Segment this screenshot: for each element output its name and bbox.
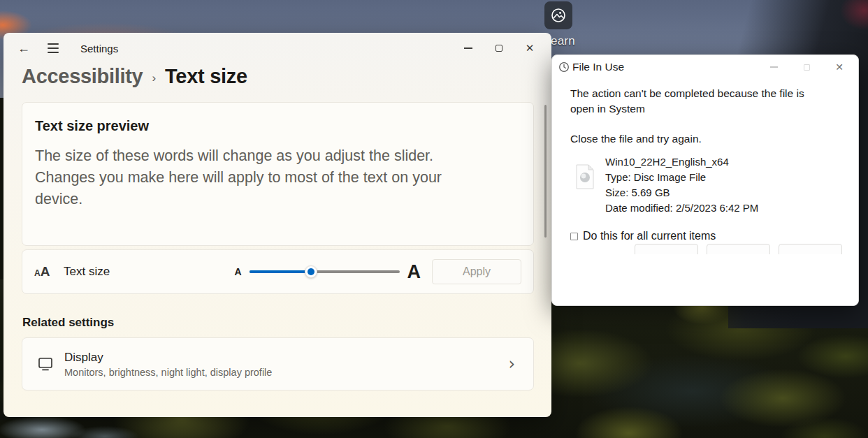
text-size-icon-small-a: A bbox=[34, 268, 41, 278]
text-size-label: Text size bbox=[64, 265, 110, 279]
dialog-titlebar: File In Use ✕ bbox=[552, 55, 858, 76]
clock-icon bbox=[558, 61, 570, 73]
dialog-minimize-button[interactable] bbox=[765, 60, 783, 74]
learn-desktop-icon[interactable] bbox=[544, 1, 572, 29]
text-size-setting-row: AA Text size A A Apply bbox=[22, 249, 534, 294]
do-for-all-label[interactable]: Do this for all current items bbox=[583, 230, 716, 242]
settings-window: ← Settings ✕ Accessibility › Text size T… bbox=[3, 33, 551, 417]
display-row-subtitle: Monitors, brightness, night light, displ… bbox=[64, 367, 272, 378]
page-title: Text size bbox=[165, 65, 247, 88]
minimize-button[interactable] bbox=[458, 39, 479, 57]
maximize-button[interactable] bbox=[489, 39, 509, 57]
breadcrumb-accessibility[interactable]: Accessibility bbox=[22, 65, 143, 88]
breadcrumb: Accessibility › Text size bbox=[3, 64, 551, 88]
back-button[interactable]: ← bbox=[13, 38, 34, 58]
text-size-icon: AA bbox=[34, 264, 55, 279]
dialog-maximize-button bbox=[797, 60, 816, 74]
slider-max-label: A bbox=[407, 261, 421, 283]
settings-window-title: Settings bbox=[80, 43, 118, 54]
related-settings-heading: Related settings bbox=[22, 316, 114, 330]
file-size: Size: 5.69 GB bbox=[605, 185, 758, 200]
breadcrumb-separator-icon: › bbox=[152, 68, 156, 85]
text-size-icon-large-a: A bbox=[41, 264, 50, 279]
dialog-close-button[interactable]: ✕ bbox=[830, 60, 848, 74]
file-date-modified: Date modified: 2/5/2023 6:42 PM bbox=[605, 200, 758, 216]
display-row-title: Display bbox=[64, 351, 272, 365]
text-size-slider[interactable] bbox=[249, 270, 400, 273]
dialog-instruction: Close the file and try again. bbox=[570, 133, 840, 145]
learn-desktop-icon-label[interactable]: earn bbox=[551, 34, 575, 48]
file-name: Win10_22H2_English_x64 bbox=[605, 154, 758, 170]
apply-button[interactable]: Apply bbox=[432, 259, 521, 284]
dialog-button-3[interactable] bbox=[779, 244, 842, 254]
preview-card-body: The size of these words will change as y… bbox=[35, 145, 489, 210]
close-button[interactable]: ✕ bbox=[519, 39, 540, 57]
dialog-button-2[interactable] bbox=[707, 244, 770, 254]
file-details: Win10_22H2_English_x64 Type: Disc Image … bbox=[570, 154, 840, 216]
slider-min-label: A bbox=[234, 266, 241, 277]
slider-fill bbox=[249, 270, 311, 273]
display-settings-row[interactable]: Display Monitors, brightness, night ligh… bbox=[22, 337, 534, 390]
text-size-preview-card: Text size preview The size of these word… bbox=[22, 102, 534, 246]
slider-thumb[interactable] bbox=[305, 265, 317, 278]
dialog-message: The action can't be completed because th… bbox=[570, 86, 830, 117]
settings-scrollbar[interactable] bbox=[544, 105, 547, 238]
do-for-all-checkbox[interactable] bbox=[570, 233, 578, 240]
monitor-icon bbox=[35, 357, 56, 371]
dialog-button-1[interactable] bbox=[635, 244, 698, 254]
file-type: Type: Disc Image File bbox=[605, 170, 758, 185]
dialog-title: File In Use bbox=[572, 61, 624, 73]
disc-image-file-icon bbox=[575, 164, 595, 189]
hamburger-menu-button[interactable] bbox=[43, 38, 64, 58]
settings-titlebar: ← Settings ✕ bbox=[3, 33, 551, 64]
file-in-use-dialog: File In Use ✕ The action can't be comple… bbox=[551, 54, 859, 306]
dialog-buttons-row bbox=[552, 244, 860, 254]
chevron-right-icon: › bbox=[508, 354, 521, 374]
preview-card-title: Text size preview bbox=[35, 118, 521, 134]
photo-icon bbox=[550, 7, 567, 24]
